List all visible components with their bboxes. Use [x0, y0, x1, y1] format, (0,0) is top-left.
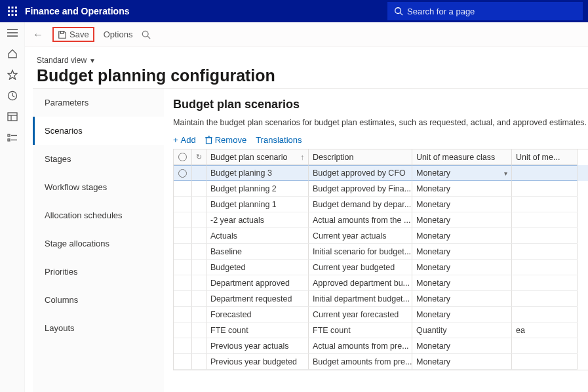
cell-description[interactable]: FTE count — [309, 323, 412, 338]
table-row[interactable]: Department requestedInitial department b… — [174, 291, 588, 307]
cell-scenario[interactable]: Previous year actuals — [206, 338, 309, 354]
table-row[interactable]: BaselineInitial scenario for budget...Mo… — [174, 244, 588, 260]
table-row[interactable]: Previous year budgetedBudget amounts fro… — [174, 354, 588, 370]
col-uom-class[interactable]: Unit of measure class — [412, 149, 512, 165]
cell-scenario[interactable]: -2 year actuals — [206, 212, 309, 228]
cell-description[interactable]: Budget approved by Fina... — [309, 181, 412, 197]
cell-scenario[interactable]: Previous year budgeted — [206, 354, 309, 370]
star-icon[interactable] — [6, 68, 19, 81]
sidenav-item-allocation-schedules[interactable]: Allocation schedules — [33, 201, 164, 229]
cell-uom-class[interactable]: Monetary▾ — [412, 165, 512, 181]
cell-uom[interactable]: ea — [512, 323, 578, 338]
cell-description[interactable]: Approved department bu... — [309, 275, 412, 291]
table-row[interactable]: Budget planing 3Budget approved by CFOMo… — [174, 165, 588, 181]
row-select[interactable] — [174, 197, 192, 212]
cell-scenario[interactable]: Budget planning 2 — [206, 181, 309, 197]
cell-description[interactable]: Budget demand by depar... — [309, 197, 412, 212]
cell-uom[interactable] — [512, 338, 578, 354]
view-selector[interactable]: Standard view ▼ — [37, 56, 96, 65]
cell-description[interactable]: Initial scenario for budget... — [309, 244, 412, 260]
row-select[interactable] — [174, 275, 192, 291]
cell-uom-class[interactable]: Monetary — [412, 228, 512, 244]
waffle-icon[interactable] — [0, 0, 25, 22]
table-row[interactable]: Previous year actualsActual amounts from… — [174, 338, 588, 354]
cell-uom[interactable] — [512, 354, 578, 370]
cell-uom-class[interactable]: Monetary — [412, 275, 512, 291]
sidenav-item-priorities[interactable]: Priorities — [33, 258, 164, 286]
row-select[interactable] — [174, 307, 192, 323]
cell-uom[interactable] — [512, 307, 578, 323]
find-button[interactable] — [142, 30, 151, 39]
table-row[interactable]: BudgetedCurrent year budgetedMonetary — [174, 260, 588, 275]
cell-description[interactable]: Budget amounts from pre... — [309, 354, 412, 370]
sidenav-item-parameters[interactable]: Parameters — [33, 88, 164, 117]
clock-icon[interactable] — [6, 89, 19, 102]
cell-uom-class[interactable]: Quantity — [412, 323, 512, 338]
cell-uom[interactable] — [512, 212, 578, 228]
cell-description[interactable]: Current year forecasted — [309, 307, 412, 323]
back-button[interactable]: ← — [33, 29, 43, 41]
cell-scenario[interactable]: Actuals — [206, 228, 309, 244]
table-row[interactable]: ActualsCurrent year actualsMonetary — [174, 228, 588, 244]
search-input[interactable]: Search for a page — [387, 2, 583, 20]
table-row[interactable]: Budget planning 2Budget approved by Fina… — [174, 181, 588, 197]
cell-description[interactable]: Actual amounts from pre... — [309, 338, 412, 354]
cell-uom-class[interactable]: Monetary — [412, 244, 512, 260]
cell-uom[interactable] — [512, 260, 578, 275]
sidenav-item-workflow-stages[interactable]: Workflow stages — [33, 173, 164, 201]
add-button[interactable]: +Add — [173, 135, 196, 145]
save-button[interactable]: Save — [52, 27, 94, 42]
cell-uom[interactable] — [512, 275, 578, 291]
row-select[interactable] — [174, 165, 192, 181]
row-select[interactable] — [174, 212, 192, 228]
cell-uom-class[interactable]: Monetary — [412, 212, 512, 228]
row-select[interactable] — [174, 338, 192, 354]
cell-uom-class[interactable]: Monetary — [412, 354, 512, 370]
cell-uom-class[interactable]: Monetary — [412, 260, 512, 275]
cell-scenario[interactable]: FTE count — [206, 323, 309, 338]
options-button[interactable]: Options — [104, 29, 133, 39]
cell-description[interactable]: Budget approved by CFO — [309, 165, 412, 181]
col-description[interactable]: Description — [309, 149, 412, 165]
row-select[interactable] — [174, 181, 192, 197]
cell-scenario[interactable]: Budget planing 3 — [206, 165, 309, 181]
row-select[interactable] — [174, 354, 192, 370]
table-row[interactable]: ForecastedCurrent year forecastedMonetar… — [174, 307, 588, 323]
sidenav-item-stages[interactable]: Stages — [33, 145, 164, 173]
cell-description[interactable]: Actual amounts from the ... — [309, 212, 412, 228]
cell-scenario[interactable]: Budgeted — [206, 260, 309, 275]
hamburger-icon[interactable] — [6, 26, 19, 39]
cell-scenario[interactable]: Department approved — [206, 275, 309, 291]
sidenav-item-stage-allocations[interactable]: Stage allocations — [33, 229, 164, 258]
cell-scenario[interactable]: Forecasted — [206, 307, 309, 323]
row-select[interactable] — [174, 244, 192, 260]
table-row[interactable]: Department approvedApproved department b… — [174, 275, 588, 291]
cell-description[interactable]: Initial department budget... — [309, 291, 412, 307]
cell-uom-class[interactable]: Monetary — [412, 181, 512, 197]
modules-icon[interactable] — [6, 131, 19, 144]
cell-scenario[interactable]: Budget planning 1 — [206, 197, 309, 212]
remove-button[interactable]: Remove — [205, 135, 246, 145]
home-icon[interactable] — [6, 47, 19, 60]
row-select[interactable] — [174, 260, 192, 275]
cell-scenario[interactable]: Department requested — [206, 291, 309, 307]
row-select[interactable] — [174, 323, 192, 338]
cell-uom-class[interactable]: Monetary — [412, 197, 512, 212]
sidenav-item-columns[interactable]: Columns — [33, 286, 164, 314]
col-scenario[interactable]: Budget plan scenario↑ — [206, 149, 309, 165]
cell-description[interactable]: Current year actuals — [309, 228, 412, 244]
cell-uom[interactable] — [512, 181, 578, 197]
col-select[interactable] — [174, 149, 192, 165]
table-row[interactable]: Budget planning 1Budget demand by depar.… — [174, 197, 588, 212]
cell-uom[interactable] — [512, 197, 578, 212]
cell-uom-class[interactable]: Monetary — [412, 307, 512, 323]
workspace-icon[interactable] — [6, 110, 19, 123]
translations-button[interactable]: Translations — [256, 135, 302, 145]
cell-uom[interactable] — [512, 244, 578, 260]
cell-uom[interactable] — [512, 228, 578, 244]
cell-uom[interactable] — [512, 165, 578, 181]
table-row[interactable]: FTE countFTE countQuantityea — [174, 323, 588, 338]
cell-uom[interactable] — [512, 291, 578, 307]
row-select[interactable] — [174, 228, 192, 244]
col-refresh[interactable]: ↻ — [192, 149, 206, 165]
